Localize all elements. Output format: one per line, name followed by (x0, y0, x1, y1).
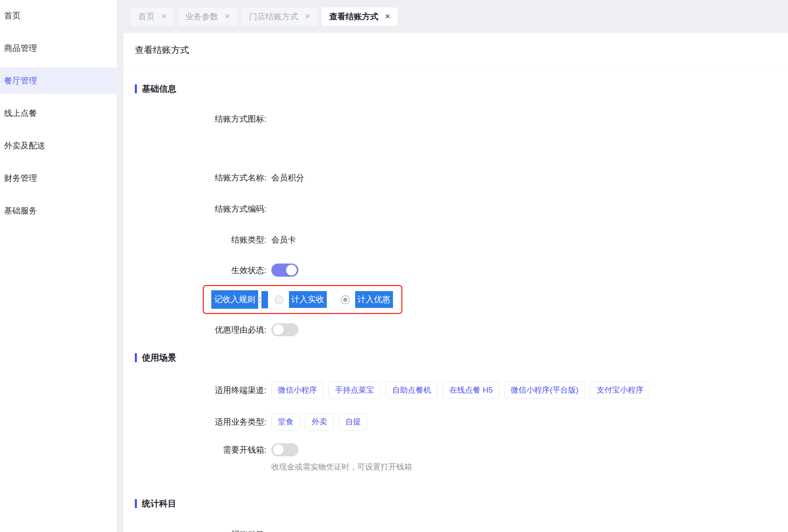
content-panel: 查看结账方式 基础信息 结账方式图标: 结账方式名称: 会员积分 结账方式编码:… (123, 33, 788, 532)
tab-home[interactable]: 首页 × (131, 7, 174, 26)
toggle-knob (286, 265, 297, 275)
hint-spacer (135, 462, 266, 472)
section-basic-info: 基础信息 (135, 83, 788, 95)
income-rule-colon: : (259, 295, 261, 304)
accounting-subject-label: 记账科目: (135, 529, 266, 532)
payment-name-label: 结账方式名称: (135, 172, 266, 183)
cash-drawer-hint: 收现金或需实物凭证时，可设置打开钱箱 (271, 462, 412, 472)
discount-reason-toggle[interactable] (271, 323, 298, 336)
tab-view-payment-method[interactable]: 查看结账方式 × (322, 7, 398, 26)
payment-code-label: 结账方式编码: (135, 204, 266, 215)
payment-name-value: 会员积分 (271, 172, 304, 183)
section-marker-bar (135, 84, 137, 93)
selection-spacer (261, 291, 268, 308)
close-icon[interactable]: × (305, 12, 310, 21)
close-icon[interactable]: × (225, 12, 230, 21)
business-type-tags: 堂食 外卖 自提 (271, 413, 367, 430)
tag-online-ordering-h5: 在线点餐 H5 (443, 382, 499, 399)
tag-alipay-mini-program: 支付宝小程序 (590, 382, 650, 399)
cash-drawer-hint-row: 收现金或需实物凭证时，可设置打开钱箱 (135, 462, 788, 472)
radio-unselected-icon[interactable] (275, 295, 284, 304)
view-payment-method-form: 基础信息 结账方式图标: 结账方式名称: 会员积分 结账方式编码: 结账类型: … (123, 66, 788, 532)
radio-option-label: 计入优惠 (355, 291, 393, 308)
field-payment-name: 结账方式名称: 会员积分 (135, 172, 788, 183)
sidebar-item-restaurant-management[interactable]: 餐厅管理 (0, 67, 117, 94)
close-icon[interactable]: × (161, 12, 166, 21)
active-status-toggle[interactable] (271, 264, 298, 277)
field-active-status: 生效状态: (135, 264, 788, 277)
field-business-types: 适用业务类型: 堂食 外卖 自提 (135, 413, 788, 430)
tab-label: 业务参数 (185, 11, 218, 22)
field-payment-type: 结账类型: 会员卡 (135, 234, 788, 245)
tag-wechat-mini-program: 微信小程序 (271, 382, 324, 399)
field-discount-reason-required: 优惠理由必填: (135, 323, 788, 336)
business-types-label: 适用业务类型: (135, 416, 266, 428)
tag-takeout: 外卖 (305, 413, 334, 430)
payment-type-label: 结账类型: (135, 234, 266, 245)
tab-label: 首页 (138, 11, 155, 22)
tag-wechat-mini-program-platform: 微信小程序(平台版) (504, 382, 585, 399)
tab-business-params[interactable]: 业务参数 × (178, 7, 238, 26)
terminal-channels-label: 适用终端渠道: (135, 385, 266, 396)
tag-handheld-ordering: 手持点菜宝 (328, 382, 381, 399)
section-marker-bar (135, 353, 137, 362)
tab-label: 门店结账方式 (249, 11, 298, 22)
tag-dine-in: 堂食 (271, 413, 300, 430)
field-open-cash-drawer: 需要开钱箱: (135, 443, 788, 456)
tab-bar: 首页 × 业务参数 × 门店结账方式 × 查看结账方式 × (117, 0, 788, 33)
tab-store-payment-methods[interactable]: 门店结账方式 × (242, 7, 318, 26)
radio-option-count-discount[interactable]: 计入优惠 (341, 291, 393, 308)
discount-reason-label: 优惠理由必填: (135, 324, 266, 335)
radio-selected-icon[interactable] (341, 295, 350, 304)
terminal-channel-tags: 微信小程序 手持点菜宝 自助点餐机 在线点餐 H5 微信小程序(平台版) 支付宝… (271, 382, 650, 399)
sidebar-item-finance-management[interactable]: 财务管理 (0, 165, 117, 191)
radio-option-count-received[interactable]: 计入实收 (275, 291, 327, 308)
section-usage-scenario: 使用场景 (135, 352, 788, 363)
field-payment-code: 结账方式编码: (135, 204, 788, 215)
toggle-knob (273, 324, 284, 335)
field-terminal-channels: 适用终端渠道: 微信小程序 手持点菜宝 自助点餐机 在线点餐 H5 微信小程序(… (135, 382, 788, 399)
sidebar: 首页 商品管理 餐厅管理 线上点餐 外卖及配送 财务管理 基础服务 (0, 0, 117, 532)
toggle-knob (273, 444, 284, 455)
sidebar-item-home[interactable]: 首页 (0, 2, 117, 29)
sidebar-item-basic-services[interactable]: 基础服务 (0, 197, 117, 224)
close-icon[interactable]: × (385, 12, 391, 21)
annotation-highlight-box: 记收入规则 : 计入实收 计入优惠 (203, 285, 402, 314)
cash-drawer-label: 需要开钱箱: (135, 444, 266, 456)
section-basic-info-title: 基础信息 (142, 83, 176, 95)
field-accounting-subject: 记账科目: (135, 529, 788, 532)
radio-dot (343, 298, 347, 302)
sidebar-item-takeout-delivery[interactable]: 外卖及配送 (0, 132, 117, 159)
section-marker-bar (135, 499, 137, 508)
field-payment-icon: 结账方式图标: (135, 113, 788, 125)
page-title: 查看结账方式 (123, 33, 788, 66)
cash-drawer-toggle[interactable] (271, 443, 298, 456)
tab-label: 查看结账方式 (329, 11, 379, 22)
section-statistics-subjects: 统计科目 (135, 498, 788, 509)
payment-icon-label: 结账方式图标: (135, 113, 266, 125)
payment-type-value: 会员卡 (271, 234, 296, 245)
radio-option-label: 计入实收 (289, 291, 327, 308)
income-rule-label: 记收入规则 (211, 290, 258, 309)
tag-self-service-kiosk: 自助点餐机 (386, 382, 438, 399)
sidebar-item-online-ordering[interactable]: 线上点餐 (0, 100, 117, 126)
sidebar-item-product-management[interactable]: 商品管理 (0, 35, 117, 61)
section-statistics-title: 统计科目 (142, 498, 176, 509)
income-rule-radio-group: 计入实收 计入优惠 (275, 291, 393, 308)
active-status-label: 生效状态: (135, 265, 266, 276)
tag-pickup: 自提 (339, 413, 367, 430)
section-usage-title: 使用场景 (142, 352, 176, 363)
